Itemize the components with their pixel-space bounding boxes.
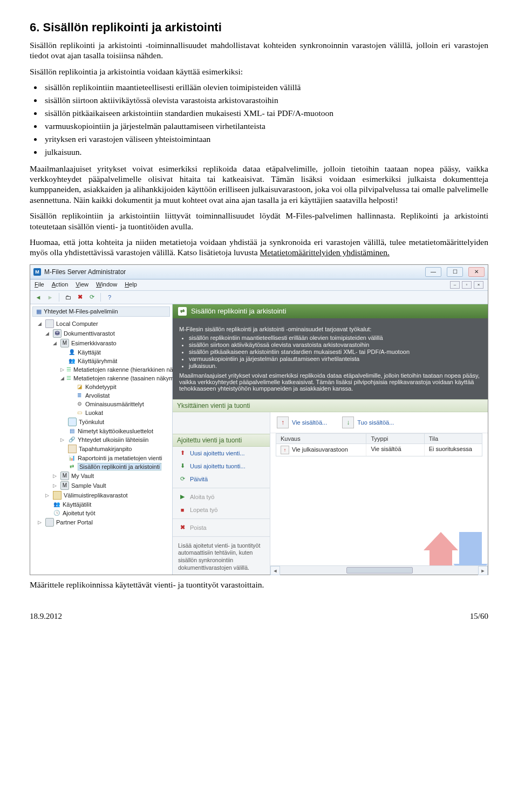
single-export-import-row: ↑ Vie sisältöä... ↓ Tuo sisältöä...	[270, 412, 488, 433]
tree-node-docvaults[interactable]: ◢⛁Dokumenttivarastot	[45, 329, 172, 338]
export-content-button[interactable]: ↑ Vie sisältöä...	[277, 417, 327, 428]
app-icon: M	[33, 268, 41, 276]
menu-bar: File Action View Window Help – ▫ ×	[30, 279, 488, 291]
delete-job[interactable]: ✖Poista	[173, 521, 270, 534]
tree-node-cache[interactable]: ▷Välimuistireplikavarastot	[45, 490, 172, 500]
menu-window[interactable]: Window	[96, 281, 117, 289]
replication-icon: ⇄	[178, 307, 187, 316]
link-metadata-merge: Metatietomäärittelyiden yhdistäminen.	[260, 248, 390, 257]
paragraph-large: Maailmanlaajuiset yritykset voivat esime…	[30, 163, 488, 206]
group-single: Yksittäinen vienti ja tuonti	[173, 399, 488, 412]
tree-item-replication[interactable]: ⇄Sisällön replikointi ja arkistointi	[60, 462, 172, 471]
tree: ◢Local Computer ◢⛁Dokumenttivarastot ◢ME…	[30, 319, 172, 527]
page-footer: 18.9.2012 15/60	[30, 612, 488, 621]
help-icon[interactable]: ?	[105, 292, 114, 302]
content-pane: ⇄ Sisällön replikointi ja arkistointi M-…	[173, 304, 488, 575]
tree-item-usergroups[interactable]: 👥Käyttäjäryhmät	[60, 357, 172, 365]
tree-header: ▦Yhteydet M-Files-palvelimiin	[32, 306, 170, 317]
panel-bullet: julkaisuun.	[189, 363, 481, 369]
col-type[interactable]: Tyyppi	[366, 434, 424, 443]
start-job[interactable]: ▶Aloita työ	[173, 490, 270, 503]
toolbar-icon[interactable]: 🗀	[63, 292, 73, 302]
tree-item-meta-flat[interactable]: ◢☰Metatietojen rakenne (tasainen näkymä)	[60, 374, 172, 383]
tree-item-nacls[interactable]: ▤Nimetyt käyttöoikeusluettelot	[60, 427, 172, 435]
window-title-bar: M M-Files Server Administrator — ☐ ✕	[30, 265, 488, 279]
minimize-button[interactable]: —	[425, 267, 441, 277]
bullet-item: sisällön siirtoon aktiivikäytössä olevis…	[43, 95, 488, 106]
table-row[interactable]: ↑Vie julkaisuvarastoon Vie sisältöä Ei s…	[276, 444, 482, 456]
bullet-item: yrityksen eri varastojen väliseen yhteis…	[43, 134, 488, 145]
paragraph-text: Sisällön replikointiin ja arkistointiin …	[30, 211, 357, 220]
tree-item-users[interactable]: 👤Käyttäjät	[60, 348, 172, 357]
bullet-item: julkaisuun.	[43, 147, 488, 158]
intro-paragraph-1: Sisällön replikointi ja arkistointi -toi…	[30, 40, 488, 61]
intro-paragraph-2: Sisällön replikointia ja arkistointia vo…	[30, 66, 488, 77]
menu-view[interactable]: View	[76, 281, 88, 289]
actions-column: Ajoitettu vienti ja tuonti ⬆Uusi ajoitet…	[173, 412, 270, 575]
panel-bullet: sisällön replikointiin maantieteellisest…	[189, 335, 481, 341]
tree-item-eventlog[interactable]: Tapahtumakirjanpito	[60, 444, 172, 454]
panel-intro: M-Filesin sisällön replikointi ja arkist…	[179, 326, 481, 332]
maximize-button[interactable]: ☐	[447, 267, 463, 277]
content-header: ⇄ Sisällön replikointi ja arkistointi	[173, 304, 488, 318]
tree-item-objtypes[interactable]: ◪Kohdetyypit	[68, 383, 172, 391]
paragraph-text: hallinnasta	[357, 211, 393, 220]
bullet-item: sisällön replikointiin maantieteellisest…	[43, 82, 488, 93]
close-button[interactable]: ✕	[468, 267, 485, 277]
tree-item-meta-hier[interactable]: ▷☰Metatietojen rakenne (hierarkkinen näk…	[60, 365, 172, 374]
refresh-action[interactable]: ⟳Päivitä	[173, 473, 270, 486]
menu-file[interactable]: File	[35, 281, 44, 289]
panel-bullet: sisällön pitkäaikaiseen arkistointiin st…	[189, 349, 481, 355]
tree-item-extconn[interactable]: ▷🔗Yhteydet ulkoisiin lähteisiin	[60, 435, 172, 444]
toolbar: ◄ ► 🗀 ✖ ⟳ ?	[30, 291, 488, 304]
tree-node-accounts[interactable]: 👥Käyttäjätilit	[45, 500, 172, 509]
bullet-item: sisällön pitkäaikaiseen arkistointiin st…	[43, 108, 488, 119]
tree-node-samplevault[interactable]: ▷MSample Vault	[53, 481, 172, 490]
panel-bullet: sisällön siirtoon aktiivikäytössä olevis…	[189, 342, 481, 348]
paragraph-link-1: Sisällön replikointiin ja arkistointiin …	[30, 210, 488, 231]
bullet-item: varmuuskopiointiin ja järjestelmän palau…	[43, 121, 488, 132]
forward-icon[interactable]: ►	[45, 292, 55, 302]
tree-node-scheduled[interactable]: 🕓Ajoitetut työt	[45, 509, 172, 517]
tree-item-classes[interactable]: ▭Luokat	[68, 408, 172, 417]
import-content-button[interactable]: ↓ Tuo sisältöä...	[342, 417, 394, 428]
window-title: M-Files Server Administrator	[44, 268, 126, 276]
admin-window: M M-Files Server Administrator — ☐ ✕ Fil…	[30, 264, 488, 576]
tree-pane: ▦Yhteydet M-Files-palvelimiin ◢Local Com…	[30, 304, 173, 575]
group-scheduled: Ajoitettu vienti ja tuonti	[173, 434, 270, 447]
footer-date: 18.9.2012	[30, 612, 62, 621]
section-heading: 6. Sisällön replikointi ja arkistointi	[30, 21, 488, 35]
tree-node-root[interactable]: ◢Local Computer	[38, 319, 172, 329]
col-description[interactable]: Kuvaus	[276, 434, 366, 443]
info-panel: M-Filesin sisällön replikointi ja arkist…	[173, 318, 488, 399]
figure-caption: Määrittele replikoinnissa käytettävät vi…	[30, 579, 488, 590]
tree-node-partner[interactable]: ▷Partner Portal	[38, 517, 172, 527]
back-icon[interactable]: ◄	[33, 292, 43, 302]
mdi-restore-button[interactable]: ▫	[462, 281, 472, 289]
new-scheduled-export[interactable]: ⬆Uusi ajoitettu vienti...	[173, 447, 270, 460]
mdi-close-button[interactable]: ×	[474, 281, 483, 289]
scheduled-table: Kuvaus Tyyppi Tila ↑Vie julkaisuvarastoo…	[270, 433, 488, 456]
mdi-minimize-button[interactable]: –	[450, 281, 460, 289]
horizontal-scrollbar[interactable]: ◄ ►	[270, 565, 488, 575]
new-scheduled-import[interactable]: ⬇Uusi ajoitettu tuonti...	[173, 460, 270, 473]
delete-icon[interactable]: ✖	[75, 292, 85, 302]
col-state[interactable]: Tila	[425, 434, 482, 443]
footer-page: 15/60	[470, 612, 488, 621]
stop-job[interactable]: ■Lopeta työ	[173, 503, 270, 516]
tree-item-propdefs[interactable]: ⚙Ominaisuusmäärittelyt	[68, 400, 172, 408]
tree-item-workflows[interactable]: Työnkulut	[60, 417, 172, 427]
action-note: Lisää ajoitetut vienti- ja tuontityöt au…	[173, 539, 270, 575]
scrollbar-thumb[interactable]	[346, 567, 413, 574]
tree-item-reporting[interactable]: 📊Raportointi ja metatietojen vienti	[60, 454, 172, 462]
content-header-title: Sisällön replikointi ja arkistointi	[191, 307, 286, 315]
refresh-icon[interactable]: ⟳	[87, 292, 97, 302]
panel-paragraph: Maailmanlaajuiset yritykset voivat esime…	[179, 372, 481, 392]
tree-item-valuelists[interactable]: ≣Arvolistat	[68, 391, 172, 400]
menu-help[interactable]: Help	[125, 281, 137, 289]
body-bullet-list: sisällön replikointiin maantieteellisest…	[43, 82, 488, 158]
tree-node-myvault[interactable]: ▷MMy Vault	[53, 471, 172, 481]
tree-node-vault[interactable]: ◢MEsimerkkivarasto	[53, 338, 172, 348]
menu-action[interactable]: Action	[52, 281, 69, 289]
right-column: ↑ Vie sisältöä... ↓ Tuo sisältöä... Kuva…	[270, 412, 488, 575]
